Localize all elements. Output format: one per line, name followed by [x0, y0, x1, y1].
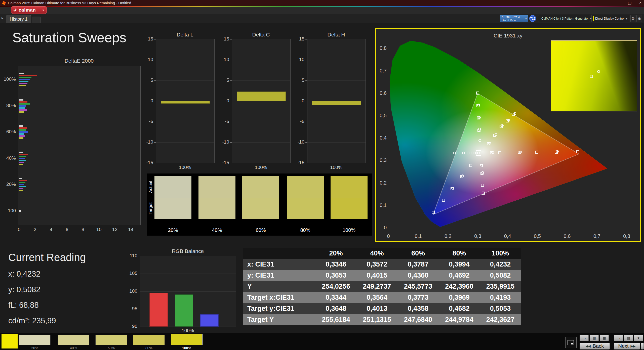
bottom-swatch[interactable] — [171, 334, 203, 345]
delta-h-x-label: 100% — [307, 165, 365, 170]
axis-tick-label: 2 — [30, 227, 40, 232]
tab-history-1[interactable]: History 1 — [6, 15, 31, 23]
target-square-marker — [482, 192, 485, 195]
pattern-generator-button[interactable]: CalMAN Client 3 Pattern Generator ▾ — [538, 15, 590, 22]
mini-button-more[interactable]: ▾ — [634, 335, 643, 341]
deltae-bar — [19, 160, 26, 161]
close-icon[interactable]: × — [639, 1, 641, 5]
table-cell: 0,4232 — [480, 260, 521, 268]
table-cell: 242,3627 — [480, 316, 521, 324]
mini-button-display-2[interactable]: ▭ — [614, 335, 623, 341]
swatch-panel: Actual Target 20%40%60%80%100% — [147, 173, 372, 236]
meter-status-badge[interactable]: 712 — [529, 15, 536, 22]
chevron-down-icon: ▾ — [42, 8, 44, 12]
deltae-bar — [19, 131, 28, 133]
tick-mark — [305, 142, 307, 143]
table-cell: 247,6840 — [397, 316, 439, 324]
display-control-button[interactable]: Direct Display Control ▾ — [591, 15, 629, 22]
axis-tick-label: 110 — [126, 253, 137, 258]
deltae-bar — [19, 188, 23, 189]
axis-tick-label: 100% — [0, 76, 16, 82]
axis-tick-label: 80% — [0, 103, 16, 108]
swatch-label: 80% — [287, 227, 324, 233]
mini-button-report[interactable]: ▤ — [590, 335, 599, 341]
table-header-cell: 100% — [480, 249, 521, 257]
axis-tick-label: 0,1 — [411, 233, 426, 239]
bottom-swatch[interactable] — [95, 335, 127, 345]
axis-tick-label: 0,3 — [376, 157, 387, 163]
chevron-down-icon: ▾ — [637, 336, 639, 340]
axis-tick-label: 0,8 — [619, 233, 634, 239]
table-cell: 245,5773 — [397, 283, 439, 290]
blue-bar — [200, 314, 219, 327]
selected-point-marker — [476, 150, 481, 156]
axis-tick-label: 0,6 — [559, 233, 575, 239]
tick-mark — [305, 80, 307, 81]
display-control-label: Direct Display Control — [595, 17, 624, 20]
table-row-label: x: CIE31 — [243, 260, 315, 268]
pattern-window-icon — [568, 340, 574, 345]
bottom-swatch[interactable] — [19, 335, 51, 345]
tick-mark — [305, 60, 307, 60]
table-cell: 0,4360 — [397, 272, 439, 279]
axis-tick-label: 6 — [62, 227, 72, 232]
panel-expander-icon[interactable]: ▸ — [2, 16, 4, 20]
meter-button[interactable]: X-Rite i1Pro 3 Direct View ▾ — [500, 15, 528, 22]
settings-button[interactable]: ⚙ — [630, 15, 636, 22]
table-cell: 0,3564 — [356, 294, 397, 301]
delta_h-bar — [312, 101, 361, 105]
deltae-bar — [19, 81, 28, 82]
next-arrows-icon: ▶▶ — [631, 344, 636, 348]
tick-mark — [154, 80, 156, 81]
mini-button-report-2[interactable]: ▤ — [624, 335, 633, 341]
deltae-bar — [19, 178, 22, 179]
axis-tick-label: -10 — [294, 139, 304, 145]
current-reading-y: y: 0,5082 — [8, 285, 41, 294]
chevron-down-icon: ▾ — [626, 17, 627, 20]
axis-tick-label: 0,7 — [376, 68, 387, 74]
axis-tick-label: 5 — [294, 77, 304, 83]
title-bar: Calman 2025 Calman Ultimate for Business… — [0, 0, 644, 6]
table-cell: 0,5053 — [480, 305, 521, 313]
measurement-table: 20%40%60%80%100%x: CIE310,33460,35720,37… — [243, 248, 521, 325]
table-cell: 0,3344 — [315, 294, 356, 301]
deltae-bar — [19, 101, 27, 103]
maximize-icon[interactable]: ▢ — [628, 1, 632, 5]
table-header-cell: 40% — [356, 249, 397, 257]
gridline — [232, 142, 290, 143]
deltae-bar — [19, 182, 25, 183]
tick-mark — [305, 122, 307, 122]
bottom-swatch-label: 20% — [19, 346, 51, 350]
chevron-down-icon: ▾ — [525, 17, 527, 20]
pattern-window-toggle[interactable] — [565, 337, 577, 348]
minimize-icon[interactable]: – — [618, 1, 620, 5]
gridline — [140, 274, 236, 274]
swatch-label: 100% — [331, 227, 368, 233]
mini-button-display[interactable]: ▭ — [580, 335, 589, 341]
target-square-marker — [442, 199, 445, 202]
axis-tick-label: 0 — [294, 98, 304, 104]
deltae-bar — [19, 77, 31, 78]
bottom-swatch[interactable] — [58, 335, 89, 345]
current-reading-cdm2: cd/m²: 235,99 — [8, 316, 56, 325]
table-cell: 0,3787 — [397, 260, 439, 268]
bottom-swatch[interactable] — [133, 335, 165, 345]
report-icon: ▤ — [627, 336, 630, 340]
axis-line — [19, 66, 19, 225]
axis-tick-label: 0 — [143, 98, 153, 104]
next-button[interactable]: Next ▶▶ — [614, 343, 640, 349]
axis-tick-label: 105 — [126, 271, 137, 276]
axis-tick-label: 0,1 — [376, 202, 387, 208]
delta-h-chart: 151050-5-10-15 — [307, 39, 366, 163]
table-cell: 244,9784 — [439, 316, 480, 324]
tab-stub[interactable] — [32, 17, 41, 23]
back-button[interactable]: ◀◀ Back — [580, 343, 610, 349]
calman-menu-button[interactable]: calman ▾ — [11, 6, 47, 14]
power-button[interactable]: ◉ — [636, 15, 642, 22]
deltae-bar — [19, 85, 26, 86]
mini-button-grid[interactable]: ▦ — [600, 335, 609, 341]
app-window: Calman 2025 Calman Ultimate for Business… — [0, 0, 644, 350]
axis-tick-label: -10 — [219, 139, 229, 145]
table-header-cell: 80% — [439, 249, 480, 257]
next-options-button[interactable] — [641, 343, 644, 349]
